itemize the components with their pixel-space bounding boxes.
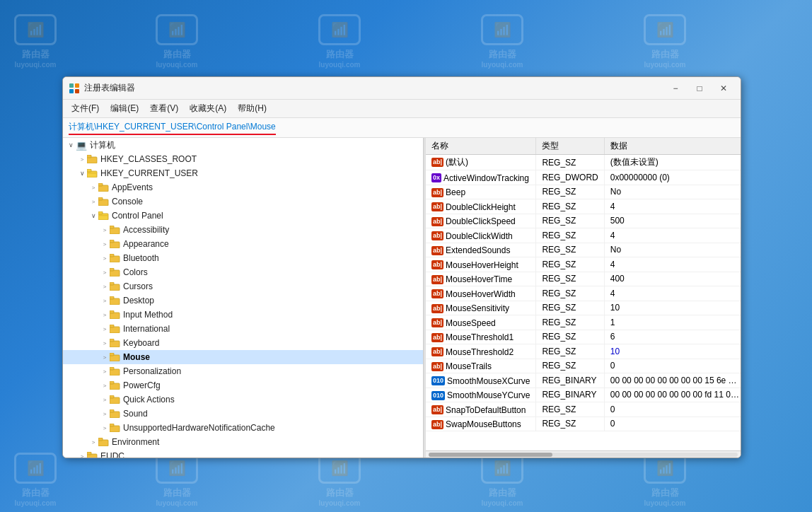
tree-toggle-bluetooth[interactable]: > [100, 253, 110, 263]
tree-toggle-appearance[interactable]: > [100, 239, 110, 249]
value-row-17[interactable]: ab|SnapToDefaultButtonREG_SZ0 [426, 402, 741, 417]
value-row-9[interactable]: ab|MouseHoverWidthREG_SZ4 [426, 286, 741, 301]
close-button[interactable]: ✕ [712, 80, 735, 97]
tree-item-hkey-current-user[interactable]: ∨HKEY_CURRENT_USER [63, 166, 423, 180]
value-name-text-11: MouseSpeed [446, 318, 496, 328]
value-row-1[interactable]: 0xActiveWindowTrackingREG_DWORD0x0000000… [426, 170, 741, 185]
value-data-12: 6 [604, 330, 741, 344]
value-name-text-16: SmoothMouseYCurve [447, 390, 530, 400]
tree-item-cursors[interactable]: >Cursors [63, 279, 423, 293]
value-row-4[interactable]: ab|DoubleClickSpeedREG_SZ500 [426, 214, 741, 228]
tree-toggle-international[interactable]: > [100, 324, 110, 334]
tree-toggle-control-panel[interactable]: ∨ [88, 211, 98, 221]
value-row-8[interactable]: ab|MouseHoverTimeREG_SZ400 [426, 272, 741, 286]
value-row-11[interactable]: ab|MouseSpeedREG_SZ1 [426, 315, 741, 330]
tree-toggle-cursors[interactable]: > [100, 281, 110, 291]
tree-toggle-hkey-current-user[interactable]: ∨ [77, 168, 87, 178]
value-row-16[interactable]: 010SmoothMouseYCurveREG_BINARY00 00 00 0… [426, 388, 741, 402]
value-row-15[interactable]: 010SmoothMouseXCurveREG_BINARY00 00 00 0… [426, 373, 741, 388]
value-row-14[interactable]: ab|MouseTrailsREG_SZ0 [426, 359, 741, 373]
tree-item-input-method[interactable]: >Input Method [63, 308, 423, 322]
value-row-2[interactable]: ab|BeepREG_SZNo [426, 185, 741, 199]
folder-icon-hkey-current-user [87, 169, 98, 178]
tree-item-desktop[interactable]: >Desktop [63, 293, 423, 308]
menu-item-4[interactable]: 帮助(H) [232, 101, 272, 117]
value-row-7[interactable]: ab|MouseHoverHeightREG_SZ4 [426, 257, 741, 272]
menu-item-3[interactable]: 收藏夹(A) [184, 101, 232, 117]
tree-label-accessibility: Accessibility [123, 225, 169, 235]
tree-toggle-console[interactable]: > [88, 197, 98, 206]
tree-toggle-quick-actions[interactable]: > [100, 395, 110, 405]
scrollbar-track[interactable] [429, 453, 738, 457]
tree-toggle-sound[interactable]: > [100, 409, 110, 419]
tree-toggle-desktop[interactable]: > [100, 296, 110, 306]
tree-item-personalization[interactable]: >Personalization [63, 364, 423, 378]
tree-item-bluetooth[interactable]: >Bluetooth [63, 251, 423, 265]
reg-sz-icon: ab| [431, 275, 443, 284]
value-row-3[interactable]: ab|DoubleClickHeightREG_SZ4 [426, 199, 741, 214]
value-row-10[interactable]: ab|MouseSensitivityREG_SZ10 [426, 301, 741, 315]
col-data[interactable]: 数据 [604, 138, 741, 155]
addressbar[interactable]: 计算机\HKEY_CURRENT_USER\Control Panel\Mous… [63, 118, 741, 138]
value-row-0[interactable]: ab|(默认)REG_SZ(数值未设置) [426, 155, 741, 170]
values-scroll[interactable]: 名称 类型 数据 ab|(默认)REG_SZ(数值未设置)0xActiveWin… [426, 138, 741, 450]
svg-rect-31 [110, 325, 114, 327]
value-row-18[interactable]: ab|SwapMouseButtonsREG_SZ0 [426, 417, 741, 431]
tree-toggle-unsupported[interactable]: > [100, 423, 110, 433]
tree-toggle-environment[interactable]: > [88, 437, 98, 447]
tree-toggle-powercfg[interactable]: > [100, 380, 110, 390]
value-row-12[interactable]: ab|MouseThreshold1REG_SZ6 [426, 330, 741, 344]
tree-item-international[interactable]: >International [63, 322, 423, 336]
tree-item-computer[interactable]: ∨💻计算机 [63, 138, 423, 152]
tree-toggle-appevents[interactable]: > [88, 182, 98, 192]
scrollbar-thumb[interactable] [429, 453, 552, 457]
tree-item-sound[interactable]: >Sound [63, 407, 423, 421]
menu-item-0[interactable]: 文件(F) [66, 101, 105, 117]
tree-toggle-personalization[interactable]: > [100, 366, 110, 376]
tree-item-appearance[interactable]: >Appearance [63, 237, 423, 251]
value-type-2: REG_SZ [536, 185, 604, 199]
tree-toggle-eudc[interactable]: > [77, 451, 87, 458]
tree-toggle-accessibility[interactable]: > [100, 225, 110, 235]
tree-item-control-panel[interactable]: ∨Control Panel [63, 209, 423, 223]
tree-toggle-computer[interactable]: ∨ [66, 140, 76, 150]
tree-item-hkey-classes-root[interactable]: >HKEY_CLASSES_ROOT [63, 152, 423, 166]
tree-toggle-colors[interactable]: > [100, 267, 110, 277]
tree-toggle-mouse[interactable]: > [100, 352, 110, 362]
value-type-8: REG_SZ [536, 272, 604, 286]
tree-item-unsupported[interactable]: >UnsupportedHardwareNotificationCache [63, 421, 423, 435]
tree-item-keyboard[interactable]: >Keyboard [63, 336, 423, 350]
tree-item-appevents[interactable]: >AppEvents [63, 180, 423, 194]
value-name-text-8: MouseHoverTime [446, 274, 512, 284]
value-name-text-10: MouseSensitivity [446, 303, 509, 313]
maximize-button[interactable]: □ [688, 80, 711, 97]
horizontal-scrollbar[interactable] [426, 450, 741, 458]
tree-item-console[interactable]: >Console [63, 194, 423, 209]
svg-rect-3 [75, 89, 79, 93]
svg-rect-45 [110, 424, 114, 426]
tree-toggle-input-method[interactable]: > [100, 310, 110, 320]
tree-item-environment[interactable]: >Environment [63, 435, 423, 449]
tree-item-quick-actions[interactable]: >Quick Actions [63, 392, 423, 407]
titlebar: 注册表编辑器 − □ ✕ [63, 77, 741, 100]
folder-icon-colors [110, 268, 121, 277]
col-type[interactable]: 类型 [536, 138, 604, 155]
value-row-5[interactable]: ab|DoubleClickWidthREG_SZ4 [426, 228, 741, 243]
tree-item-powercfg[interactable]: >PowerCfg [63, 378, 423, 392]
tree-toggle-keyboard[interactable]: > [100, 338, 110, 348]
value-row-6[interactable]: ab|ExtendedSoundsREG_SZNo [426, 243, 741, 257]
menu-item-2[interactable]: 查看(V) [144, 101, 184, 117]
value-row-13[interactable]: ab|MouseThreshold2REG_SZ10 [426, 344, 741, 359]
tree-toggle-hkey-classes-root[interactable]: > [77, 154, 87, 164]
tree-item-colors[interactable]: >Colors [63, 265, 423, 279]
value-data-6: No [604, 243, 741, 257]
tree-item-mouse[interactable]: >Mouse [63, 350, 423, 364]
col-name[interactable]: 名称 [426, 138, 536, 155]
value-name-9: ab|MouseHoverWidth [426, 286, 536, 301]
minimize-button[interactable]: − [664, 80, 687, 97]
tree-item-accessibility[interactable]: >Accessibility [63, 223, 423, 237]
menu-item-1[interactable]: 编辑(E) [105, 101, 144, 117]
tree-panel[interactable]: ∨💻计算机>HKEY_CLASSES_ROOT∨HKEY_CURRENT_USE… [63, 138, 424, 458]
svg-rect-47 [98, 438, 103, 441]
tree-item-eudc[interactable]: >EUDC [63, 449, 423, 458]
